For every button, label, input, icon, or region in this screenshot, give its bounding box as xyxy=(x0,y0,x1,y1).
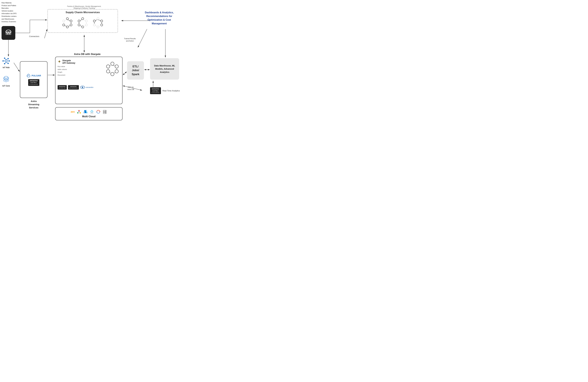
svg-point-11 xyxy=(5,60,7,62)
connectors-label: Connectors xyxy=(29,35,39,38)
svg-point-23 xyxy=(2,60,4,62)
svg-line-67 xyxy=(95,25,97,26)
svg-line-117 xyxy=(138,29,147,47)
svg-point-50 xyxy=(78,24,80,26)
stargate-row: ✦ Stargate API Gateway Key-value wide co… xyxy=(58,59,120,78)
server-icon xyxy=(103,110,107,114)
multi-cloud-box: aws xyxy=(55,107,123,120)
etl-text: ETL/ Jobs/ Spark xyxy=(132,64,139,76)
svg-point-39 xyxy=(63,20,65,22)
astra-db-title: Astra DB with Stargate xyxy=(58,53,116,56)
svg-line-52 xyxy=(83,20,85,21)
warehouses-text: and Warehouses xyxy=(1,18,17,21)
supply-chain-title: Supply Chanin Microservices xyxy=(49,11,116,14)
svg-line-79 xyxy=(109,72,111,73)
svg-line-76 xyxy=(112,65,115,66)
svg-point-93 xyxy=(91,110,93,112)
svg-point-28 xyxy=(5,80,7,82)
supply-chain-subtitle-container: Factory & Warehouses, Vendor Management,… xyxy=(47,5,121,10)
svg-point-17 xyxy=(9,60,10,62)
svg-point-104 xyxy=(105,110,106,111)
svg-point-62 xyxy=(93,24,95,26)
azure-icon xyxy=(83,110,88,114)
datastax-enterprise-badge: DATASTAX ENTERPRISE xyxy=(68,85,79,89)
svg-point-74 xyxy=(106,70,110,73)
svg-rect-6 xyxy=(9,33,11,35)
svg-point-106 xyxy=(105,113,106,113)
svg-point-71 xyxy=(115,65,118,68)
svg-point-70 xyxy=(111,62,114,65)
svg-line-69 xyxy=(95,20,97,21)
svg-rect-5 xyxy=(8,33,9,35)
svg-point-63 xyxy=(93,20,95,22)
datastax-streaming-badge: DATASTAX ASTRA STREAMING xyxy=(28,79,39,86)
real-time-analytics-container: DATASTAX ASTRA STREAMING Real Time Analy… xyxy=(150,87,180,94)
left-sidebar-text: Raw Material, Product and Pallets Barcod… xyxy=(1,1,17,23)
raw-material-text: Raw Material, xyxy=(1,1,17,4)
svg-point-47 xyxy=(85,20,87,22)
svg-point-72 xyxy=(115,70,118,73)
svg-line-66 xyxy=(99,25,101,26)
multi-cloud-title: Multi Cloud xyxy=(58,115,120,118)
svg-line-40 xyxy=(67,20,70,21)
iot-hub-label: IoT Hub xyxy=(3,66,10,69)
microservices-icons xyxy=(49,15,116,31)
cassandra-ring xyxy=(105,59,120,78)
svg-point-84 xyxy=(83,87,83,87)
svg-line-111 xyxy=(44,29,47,38)
svg-point-15 xyxy=(7,58,9,59)
stargate-icon: ✦ xyxy=(58,59,61,64)
cassandra-logo: cassandra xyxy=(80,85,93,89)
trained-results-label: Trained Results and Action xyxy=(124,38,136,42)
product-pallets-text: Product and Pallets xyxy=(1,4,17,7)
svg-point-35 xyxy=(70,20,72,22)
pulsar-text: PULSAR xyxy=(32,74,41,77)
svg-line-43 xyxy=(64,25,67,26)
dashboards-text: Dashboards & Analytics, Recommendations … xyxy=(141,11,178,25)
stargate-text: Stargate API Gateway xyxy=(62,59,75,64)
diagram-container: Raw Material, Product and Pallets Barcod… xyxy=(0,0,184,138)
astra-streaming-box: PULSAR DATASTAX ASTRA STREAMING xyxy=(20,61,47,98)
supply-chain-box: Supply Chanin Microservices xyxy=(47,9,118,33)
datastax-astra-db-badge: DATASTAX ASTRA DB xyxy=(58,85,67,89)
pulsar-logo: PULSAR xyxy=(26,73,41,78)
svg-point-36 xyxy=(70,24,72,26)
aws-icon: aws xyxy=(71,110,75,113)
svg-point-86 xyxy=(78,110,80,111)
svg-line-54 xyxy=(84,25,85,26)
svg-point-0 xyxy=(6,30,11,33)
svg-point-60 xyxy=(101,24,103,26)
iot-hub-icon xyxy=(1,57,11,66)
svg-point-27 xyxy=(3,80,5,81)
supply-chain-subtitle: Factory & Warehouses, Vendor Management,… xyxy=(47,5,121,9)
svg-point-48 xyxy=(85,24,87,26)
svg-line-114 xyxy=(123,72,127,75)
svg-line-45 xyxy=(64,20,67,21)
svg-line-57 xyxy=(80,20,82,21)
svg-rect-4 xyxy=(6,33,7,35)
astra-db-box: ✦ Stargate API Gateway Key-value wide co… xyxy=(55,57,123,104)
svg-point-89 xyxy=(79,111,80,112)
ms-circle-3 xyxy=(92,17,104,29)
svg-point-46 xyxy=(82,18,84,20)
barcodes-text: Barcodes xyxy=(1,7,17,10)
svg-point-87 xyxy=(80,112,81,113)
sync-icon xyxy=(96,110,101,114)
gcp-icon xyxy=(77,110,81,114)
svg-point-13 xyxy=(4,58,5,59)
db-badges: DATASTAX ASTRA DB DATASTAX ENTERPRISE ca… xyxy=(58,85,120,89)
data-warehouse-box: Data Warehouse, ML Models, Advanced Anal… xyxy=(150,58,179,80)
astra-streaming-label: Astra Streaming Services xyxy=(20,100,47,109)
stargate-api-title: Stargate API Gateway xyxy=(62,59,75,64)
etl-box: ETL/ Jobs/ Spark xyxy=(127,61,144,80)
vehicle-location-text: Vehicle location xyxy=(1,10,17,12)
svg-point-61 xyxy=(97,26,99,28)
svg-point-88 xyxy=(77,112,78,113)
iot-core-label: IoT Core xyxy=(2,85,10,87)
cdc-label: CDC for Astra DB xyxy=(127,86,134,91)
svg-line-42 xyxy=(68,25,70,26)
svg-line-78 xyxy=(114,72,115,73)
real-time-analytics-label: Real Time Analytics xyxy=(163,89,180,92)
iot-core-icon xyxy=(1,75,11,84)
inventory-text: Inventory Scanners xyxy=(1,20,17,23)
